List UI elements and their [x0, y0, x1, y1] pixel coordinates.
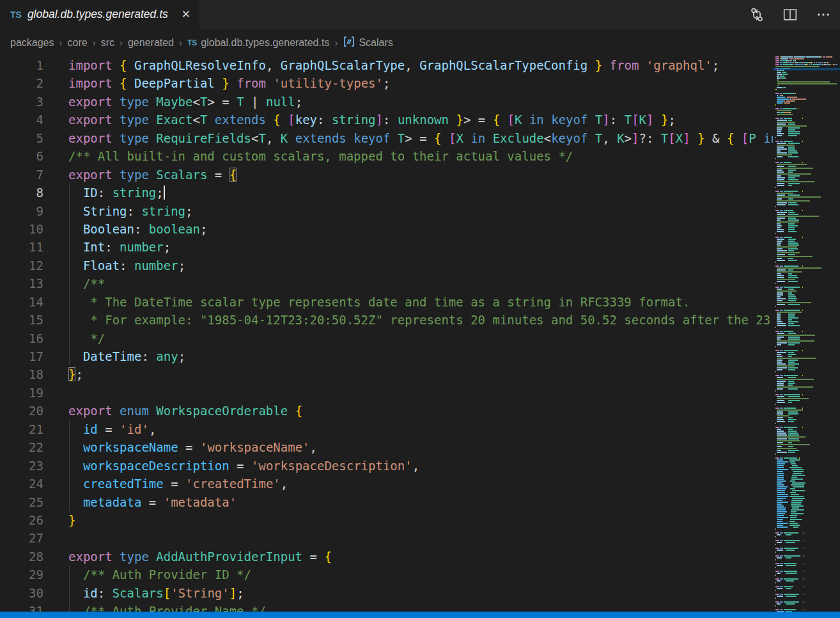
- line-number[interactable]: 12: [0, 257, 43, 274]
- breadcrumb-item-generated[interactable]: generated: [128, 37, 174, 49]
- code-text: }: [68, 511, 75, 529]
- code-text: id = 'id',: [68, 420, 156, 438]
- code-line[interactable]: 10 Boolean: boolean;: [0, 220, 773, 238]
- line-number[interactable]: 2: [0, 74, 43, 92]
- text-cursor: [164, 186, 165, 200]
- code-text: * The DateTime scalar type represents da…: [68, 293, 690, 311]
- line-number[interactable]: 21: [0, 420, 43, 438]
- split-editor-icon[interactable]: [782, 7, 798, 22]
- code-line[interactable]: 22 workspaceName = 'workspaceName',: [0, 438, 773, 456]
- code-text: import { GraphQLResolveInfo, GraphQLScal…: [68, 56, 719, 74]
- breadcrumb-file-label: global.db.types.generated.ts: [201, 37, 329, 49]
- line-number[interactable]: 5: [0, 129, 43, 147]
- code-line[interactable]: 30 id: Scalars['String'];: [0, 584, 773, 602]
- code-line[interactable]: 7export type Scalars = {: [0, 166, 773, 184]
- more-actions-icon[interactable]: [816, 7, 831, 22]
- code-text: */: [68, 329, 105, 347]
- code-text: export type Maybe<T> = T | null;: [68, 93, 302, 111]
- code-line[interactable]: 8 ID: string;: [0, 184, 773, 202]
- code-area[interactable]: 1import { GraphQLResolveInfo, GraphQLSca…: [0, 56, 773, 612]
- code-line[interactable]: 17 DateTime: any;: [0, 347, 773, 365]
- open-changes-icon[interactable]: [749, 7, 765, 22]
- line-number[interactable]: 11: [0, 238, 43, 256]
- line-number[interactable]: 1: [0, 56, 43, 74]
- code-text: workspaceName = 'workspaceName',: [68, 438, 317, 456]
- line-number[interactable]: 19: [0, 384, 43, 402]
- breadcrumb-item-src[interactable]: src: [101, 37, 114, 49]
- code-line[interactable]: 9 String: string;: [0, 202, 773, 220]
- breadcrumb-separator: ›: [179, 37, 182, 48]
- line-number[interactable]: 15: [0, 311, 43, 329]
- code-line[interactable]: 29 /** Auth Provider ID */: [0, 566, 773, 583]
- code-text: String: string;: [68, 202, 193, 220]
- code-line[interactable]: 25 metadata = 'metadata': [0, 493, 773, 511]
- line-number[interactable]: 4: [0, 111, 43, 129]
- code-text: export enum WorkspaceOrderable {: [68, 402, 302, 420]
- code-line[interactable]: 26}: [0, 511, 773, 529]
- line-number[interactable]: 27: [0, 529, 43, 547]
- line-number[interactable]: 31: [0, 602, 43, 612]
- line-number[interactable]: 3: [0, 93, 43, 111]
- line-number[interactable]: 9: [0, 202, 43, 220]
- breadcrumb-item-packages[interactable]: packages: [10, 37, 54, 49]
- code-line[interactable]: 28export type AddAuthProviderInput = {: [0, 548, 773, 566]
- line-number[interactable]: 8: [0, 184, 43, 202]
- breadcrumb: packages › core › src › generated › TS g…: [0, 29, 840, 56]
- line-number[interactable]: 20: [0, 402, 43, 420]
- code-text: DateTime: any;: [68, 347, 185, 365]
- code-line[interactable]: 5export type RequireFields<T, K extends …: [0, 129, 773, 147]
- code-line[interactable]: 19: [0, 384, 773, 402]
- line-number[interactable]: 13: [0, 274, 43, 292]
- code-text: Int: number;: [68, 238, 171, 256]
- breadcrumb-item-symbol[interactable]: Scalars: [343, 35, 393, 51]
- line-number[interactable]: 10: [0, 220, 43, 238]
- line-number[interactable]: 28: [0, 548, 43, 566]
- code-text: /** All built-in and custom scalars, map…: [68, 147, 573, 165]
- breadcrumb-item-core[interactable]: core: [68, 37, 88, 49]
- code-line[interactable]: 4export type Exact<T extends { [key: str…: [0, 111, 773, 129]
- code-line[interactable]: 24 createdTime = 'createdTime',: [0, 475, 773, 493]
- line-number[interactable]: 17: [0, 347, 43, 365]
- line-number[interactable]: 22: [0, 438, 43, 456]
- line-number[interactable]: 24: [0, 475, 43, 493]
- code-line[interactable]: 31 /** Auth Provider Name */: [0, 602, 773, 612]
- tab-global-db-types[interactable]: TS global.db.types.generated.ts ✕: [0, 0, 199, 29]
- code-editor[interactable]: 1import { GraphQLResolveInfo, GraphQLSca…: [0, 56, 840, 612]
- code-line[interactable]: 27: [0, 529, 773, 547]
- line-number[interactable]: 25: [0, 493, 43, 511]
- line-number[interactable]: 6: [0, 147, 43, 165]
- tab-close-icon[interactable]: ✕: [182, 9, 191, 20]
- line-number[interactable]: 7: [0, 166, 43, 184]
- line-number[interactable]: 16: [0, 329, 43, 347]
- code-line[interactable]: 6/** All built-in and custom scalars, ma…: [0, 147, 773, 165]
- code-line[interactable]: 15 * For example: "1985-04-12T23:20:50.5…: [0, 311, 773, 329]
- code-line[interactable]: 21 id = 'id',: [0, 420, 773, 438]
- code-line[interactable]: 2import { DeepPartial } from 'utility-ty…: [0, 74, 773, 92]
- line-number[interactable]: 23: [0, 457, 43, 475]
- breadcrumb-item-file[interactable]: TS global.db.types.generated.ts: [187, 37, 329, 49]
- line-number[interactable]: 14: [0, 293, 43, 311]
- editor-actions: [749, 0, 831, 29]
- line-number[interactable]: 30: [0, 584, 43, 602]
- code-line[interactable]: 18};: [0, 365, 773, 383]
- line-number[interactable]: 26: [0, 511, 43, 529]
- minimap[interactable]: [773, 56, 840, 612]
- code-text: export type Scalars = {: [68, 166, 237, 184]
- code-line[interactable]: 23 workspaceDescription = 'workspaceDesc…: [0, 457, 773, 475]
- code-line[interactable]: 12 Float: number;: [0, 257, 773, 274]
- code-line[interactable]: 14 * The DateTime scalar type represents…: [0, 293, 773, 311]
- code-line[interactable]: 1import { GraphQLResolveInfo, GraphQLSca…: [0, 56, 773, 74]
- code-line[interactable]: 13 /**: [0, 274, 773, 292]
- status-bar[interactable]: [0, 612, 840, 618]
- line-number[interactable]: 18: [0, 365, 43, 383]
- code-text: /** Auth Provider ID */: [68, 566, 251, 583]
- code-line[interactable]: 16 */: [0, 329, 773, 347]
- breadcrumb-separator: ›: [120, 37, 123, 48]
- code-text: * For example: "1985-04-12T23:20:50.52Z"…: [68, 311, 770, 329]
- line-number[interactable]: 29: [0, 566, 43, 583]
- code-line[interactable]: 11 Int: number;: [0, 238, 773, 256]
- code-line[interactable]: 20export enum WorkspaceOrderable {: [0, 402, 773, 420]
- typescript-file-icon: TS: [187, 38, 197, 47]
- code-line[interactable]: 3export type Maybe<T> = T | null;: [0, 93, 773, 111]
- tab-title: global.db.types.generated.ts: [27, 8, 168, 21]
